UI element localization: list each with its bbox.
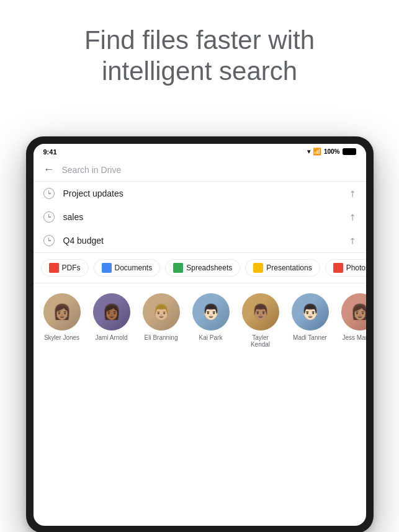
chip-pdfs[interactable]: PDFs xyxy=(41,259,89,277)
person-name: Madi Tanner xyxy=(293,334,327,341)
arrow-up-left-icon: ↗ xyxy=(346,187,359,200)
people-section: 👩🏽 Skyler Jones 👩🏾 Jami Arnold 👨🏼 Eli Br… xyxy=(34,283,366,358)
search-bar[interactable]: ← Search in Drive xyxy=(34,158,366,181)
back-button[interactable]: ← xyxy=(43,163,55,176)
hero-line2: intelligent search xyxy=(102,56,297,86)
clock-icon xyxy=(43,188,55,199)
tablet-screen: 9:41 ▾ 📶 100% ← Search in Drive Project … xyxy=(34,144,366,526)
photos-icon xyxy=(333,263,343,273)
suggestion-item[interactable]: Q4 budget ↗ xyxy=(34,229,366,252)
avatar: 👩🏽 xyxy=(341,293,366,330)
person-item[interactable]: 👨🏻 Kai Park xyxy=(192,293,230,341)
chip-label-documents: Documents xyxy=(115,264,153,272)
pdf-icon xyxy=(49,263,59,273)
person-name: Jess Marcos xyxy=(342,334,365,341)
person-name: Tayler Kendal xyxy=(242,334,279,348)
avatar: 👨🏻 xyxy=(292,293,329,330)
status-icons: ▾ 📶 100% xyxy=(307,148,356,156)
avatar: 👨🏼 xyxy=(143,293,180,330)
suggestion-list: Project updates ↗ sales ↗ Q4 budget ↗ xyxy=(34,182,366,252)
hero-line1: Find files faster with xyxy=(84,25,315,55)
hero-section: Find files faster with intelligent searc… xyxy=(0,0,399,106)
chip-label-photos: Photos & Images xyxy=(346,264,366,272)
arrow-up-left-icon: ↗ xyxy=(346,211,359,223)
status-bar: 9:41 ▾ 📶 100% xyxy=(34,144,366,158)
status-time: 9:41 xyxy=(43,148,57,156)
battery-pct: 100% xyxy=(324,148,340,155)
doc-icon xyxy=(102,263,112,273)
chip-documents[interactable]: Documents xyxy=(94,259,161,277)
suggestion-text: Project updates xyxy=(63,188,340,198)
battery-fill xyxy=(343,149,356,154)
chip-label-presentations: Presentations xyxy=(266,264,312,272)
chip-label-spreadsheets: Spreadsheets xyxy=(186,264,232,272)
suggestion-item[interactable]: Project updates ↗ xyxy=(34,182,366,205)
search-placeholder[interactable]: Search in Drive xyxy=(62,165,356,175)
person-name: Eli Branning xyxy=(145,334,178,341)
slides-icon xyxy=(253,263,263,273)
wifi-icon: ▾ 📶 xyxy=(307,148,321,156)
sheet-icon xyxy=(173,263,183,273)
person-item[interactable]: 👨🏻 Madi Tanner xyxy=(292,293,329,341)
person-item[interactable]: 👩🏽 Skyler Jones xyxy=(43,293,81,341)
chip-presentations[interactable]: Presentations xyxy=(245,259,320,277)
avatar: 👩🏾 xyxy=(93,293,130,330)
person-name: Jami Arnold xyxy=(95,334,127,341)
clock-icon xyxy=(43,211,55,223)
person-name: Kai Park xyxy=(199,334,223,341)
tablet-device: 9:41 ▾ 📶 100% ← Search in Drive Project … xyxy=(26,136,374,532)
clock-icon xyxy=(43,235,55,246)
chip-spreadsheets[interactable]: Spreadsheets xyxy=(165,259,240,277)
person-item[interactable]: 👨🏼 Eli Branning xyxy=(143,293,180,341)
suggestion-item[interactable]: sales ↗ xyxy=(34,205,366,229)
avatar: 👩🏽 xyxy=(43,293,81,330)
chip-label-pdfs: PDFs xyxy=(62,264,81,272)
arrow-up-left-icon: ↗ xyxy=(346,234,359,247)
avatar: 👨🏽 xyxy=(242,293,279,330)
chip-photos[interactable]: Photos & Images xyxy=(325,259,366,277)
battery-icon xyxy=(343,148,356,155)
person-item[interactable]: 👩🏾 Jami Arnold xyxy=(93,293,130,341)
person-item[interactable]: 👩🏽 Jess Marcos xyxy=(341,293,366,341)
filter-chips: PDFs Documents Spreadsheets Presentation… xyxy=(34,253,366,283)
person-item[interactable]: 👨🏽 Tayler Kendal xyxy=(242,293,279,348)
suggestion-text: Q4 budget xyxy=(63,236,340,246)
avatar: 👨🏻 xyxy=(192,293,230,330)
person-name: Skyler Jones xyxy=(44,334,79,341)
suggestion-text: sales xyxy=(63,212,340,222)
